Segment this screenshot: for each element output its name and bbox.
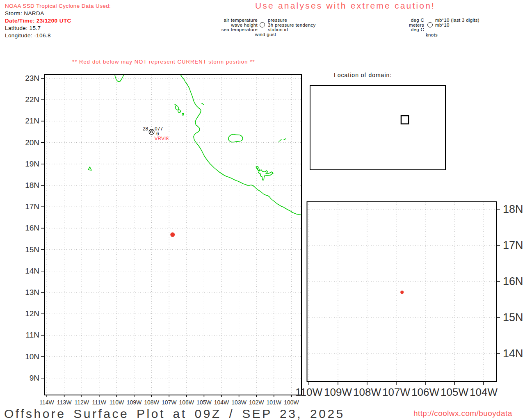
coastline-tasmania-newzealand	[360, 144, 378, 150]
x-tick-label: 106W	[411, 386, 439, 398]
y-tick-label: 16N	[25, 224, 39, 232]
plot-title: Offshore Surface Plot at 09Z / SEP 23, 2…	[4, 407, 345, 420]
zoom-map: 110W109W108W107W106W105W104W18N17N16N15N…	[301, 197, 525, 410]
legend-unit-degc-sea: deg C	[368, 27, 424, 32]
legend-unit-degc-air: deg C	[368, 18, 424, 23]
y-tick-label: 19N	[25, 160, 39, 168]
legend-wind-gust: wind gust	[246, 32, 285, 37]
coastline	[88, 167, 91, 170]
longitude-line: Longitude: -106.8	[5, 32, 111, 39]
coastline-seasia-islands	[342, 105, 365, 131]
coastline	[175, 103, 204, 105]
x-tick-label: 109W	[324, 386, 352, 398]
x-tick-label: 109W	[127, 399, 142, 406]
x-tick-label: 113W	[57, 399, 72, 406]
x-tick-label: 112W	[74, 399, 89, 406]
y-tick-label: 21N	[25, 116, 39, 125]
latitude-line: Latitude: 15.7	[5, 25, 111, 32]
y-tick-label: 9N	[30, 374, 39, 382]
y-tick-label: 15N	[503, 311, 523, 324]
x-tick-label: 102W	[249, 399, 264, 406]
y-tick-label: 14N	[25, 267, 39, 275]
legend-air-temperature: air temperature	[201, 18, 258, 23]
x-tick-label: 110W	[110, 399, 124, 406]
legend-unit-knots: knots	[412, 33, 451, 38]
y-tick-label: 17N	[503, 239, 523, 251]
coastline-greenland	[413, 89, 425, 98]
x-tick-label: 103W	[231, 399, 247, 406]
legend-unit-mb10: mb*10	[435, 23, 450, 28]
station-id: VRVI8	[155, 136, 169, 142]
coastline-north-america-east-arctic	[370, 89, 422, 127]
y-tick-label: 14N	[503, 347, 523, 360]
x-tick-label: 111W	[92, 399, 107, 406]
main-map: 114W113W112W111W110W109W108W107W106W105W…	[25, 72, 308, 408]
legend-station-id: station id	[268, 27, 288, 32]
inset-border	[310, 85, 445, 170]
y-tick-label: 15N	[25, 245, 39, 254]
y-tick-label: 23N	[25, 74, 39, 82]
storm-name-line: Storm: NARDA	[5, 10, 111, 17]
y-tick-label: 18N	[503, 203, 523, 215]
units-circle-icon	[427, 22, 433, 27]
x-tick-label: 104W	[470, 386, 498, 398]
y-tick-label: 13N	[25, 288, 39, 297]
coastline-borneo	[347, 126, 351, 130]
y-tick-label: 22N	[25, 95, 39, 104]
x-tick-label: 104W	[214, 399, 229, 406]
storm-position-warning: ** Red dot below may NOT represent CURRE…	[72, 59, 255, 65]
datetime-line: Date/Time: 23/1200 UTC	[5, 17, 111, 25]
x-tick-label: 108W	[144, 399, 159, 406]
coastline	[256, 166, 273, 180]
y-tick-label: 17N	[25, 202, 39, 211]
x-tick-label: 105W	[196, 399, 212, 406]
storm-position-dot	[170, 233, 175, 237]
x-tick-label: 107W	[162, 399, 177, 406]
station-circle-icon	[260, 22, 265, 27]
domain-extent-box	[401, 116, 409, 124]
coastline-island	[178, 110, 181, 113]
x-tick-label: 106W	[179, 399, 194, 406]
coastline	[279, 139, 286, 142]
data-source-line: NOAA SSD Tropical Cyclone Data Used:	[5, 2, 111, 10]
coastline	[228, 135, 243, 142]
legend-unit-mb10-last3: mb*10 (last 3 digits)	[435, 18, 479, 23]
coastline-africa	[310, 112, 326, 151]
storm-position-dot	[400, 290, 404, 294]
coastline-eurasia	[310, 91, 366, 128]
legend-sea-temperature: sea temperature	[201, 27, 258, 32]
offshore-surface-plot-page: NOAA SSD Tropical Cyclone Data Used: Sto…	[0, 0, 525, 420]
coastline-south-america	[412, 126, 429, 154]
coastline-antarctica	[310, 158, 445, 164]
inset-title: Location of domain:	[334, 72, 392, 78]
x-tick-label: 110W	[295, 386, 322, 398]
coastline	[180, 75, 301, 215]
x-tick-label: 114W	[39, 399, 54, 406]
y-tick-label: 11N	[26, 331, 39, 339]
y-tick-label: 10N	[25, 352, 39, 361]
x-tick-label: 107W	[382, 386, 410, 398]
source-url: http://coolwx.com/buoydata	[413, 409, 512, 418]
legend-pressure: pressure	[268, 18, 287, 23]
caution-banner: Use analyses with extreme caution!	[255, 1, 435, 11]
coastline-madagascar	[335, 134, 337, 140]
storm-info-block: NOAA SSD Tropical Cyclone Data Used: Sto…	[5, 2, 111, 39]
station-air-temperature: 28	[143, 126, 148, 132]
coastline-europe-wafrica	[431, 94, 445, 133]
y-tick-label: 16N	[503, 275, 523, 288]
coastline-australia	[349, 136, 364, 147]
coastline-north-america-west	[370, 95, 413, 127]
y-tick-label: 20N	[25, 138, 39, 147]
x-tick-label: 105W	[441, 386, 468, 398]
coastline-island	[182, 113, 184, 115]
y-tick-label: 12N	[25, 309, 39, 318]
x-tick-label: 100W	[284, 399, 299, 406]
y-tick-label: 18N	[25, 181, 39, 189]
x-tick-label: 108W	[353, 386, 381, 398]
world-inset-map	[310, 85, 446, 170]
x-tick-label: 101W	[267, 399, 282, 406]
